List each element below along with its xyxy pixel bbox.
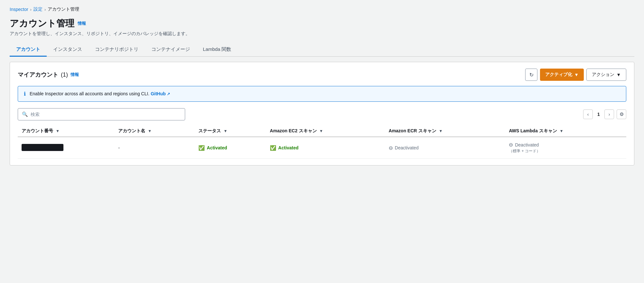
ec2-status-label: Activated (278, 145, 298, 150)
sort-icon-status[interactable]: ▼ (223, 129, 227, 133)
banner-text: Enable Inspector across all accounts and… (30, 91, 170, 96)
gear-icon: ⚙ (620, 111, 624, 117)
sort-icon-ecr[interactable]: ▼ (439, 129, 443, 133)
cell-ec2-scan: ✅ Activated (266, 137, 385, 159)
tabs-container: アカウント インスタンス コンテナリポジトリ コンテナイメージ Lambda 関… (10, 43, 634, 57)
table-row: - ✅ Activated ✅ Activated (18, 137, 626, 159)
tab-container-repos[interactable]: コンテナリポジトリ (89, 43, 145, 57)
col-account-number: アカウント番号 ▼ (18, 126, 114, 137)
page-title: アカウント管理 (10, 17, 74, 30)
status-label: Activated (207, 145, 227, 150)
sort-icon-ec2[interactable]: ▼ (319, 129, 323, 133)
tab-instances[interactable]: インスタンス (47, 43, 89, 57)
activate-dropdown-icon: ▼ (574, 72, 579, 77)
page-number: 1 (595, 112, 602, 117)
prev-icon: ‹ (587, 112, 589, 117)
main-card: マイアカウント (1) 情報 ↻ アクティブ化 ▼ アクション ▼ ℹ (10, 62, 634, 165)
card-title-area: マイアカウント (1) 情報 (18, 71, 79, 79)
card-header: マイアカウント (1) 情報 ↻ アクティブ化 ▼ アクション ▼ (18, 69, 626, 81)
refresh-button[interactable]: ↻ (525, 69, 537, 81)
cell-lambda-scan: ⊖ Deactivated （標準 + コード） (505, 137, 626, 159)
external-link-icon: ↗ (167, 92, 170, 97)
next-icon: › (609, 112, 610, 117)
lambda-status-label: Deactivated (515, 142, 539, 147)
accounts-table: アカウント番号 ▼ アカウント名 ▼ ステータス ▼ Amazon EC2 スキ… (18, 126, 626, 159)
breadcrumb-sep-1: › (30, 7, 32, 12)
status-activated-icon: ✅ (198, 145, 205, 151)
ec2-activated-icon: ✅ (270, 145, 276, 151)
search-box[interactable]: 🔍 (18, 108, 185, 120)
actions-label: アクション (592, 72, 614, 78)
table-settings-button[interactable]: ⚙ (617, 109, 626, 119)
card-info-badge[interactable]: 情報 (71, 72, 79, 78)
breadcrumb-settings-link[interactable]: 設定 (33, 6, 43, 12)
cell-account-id (18, 137, 114, 159)
col-ecr-scan: Amazon ECR スキャン ▼ (385, 126, 505, 137)
lambda-deactivated-icon: ⊖ (509, 142, 513, 148)
breadcrumb-inspector-link[interactable]: Inspector (10, 7, 28, 12)
page-title-area: アカウント管理 情報 アカウントを管理し、インスタンス、リポジトリ、イメージのカ… (10, 17, 634, 37)
breadcrumb-sep-2: › (44, 7, 46, 12)
card-title: マイアカウント (18, 71, 58, 79)
next-page-button[interactable]: › (604, 109, 614, 119)
col-ec2-scan: Amazon EC2 スキャン ▼ (266, 126, 385, 137)
breadcrumb: Inspector › 設定 › アカウント管理 (10, 6, 634, 12)
actions-dropdown-icon: ▼ (616, 72, 621, 77)
sort-icon-account-name[interactable]: ▼ (148, 129, 152, 133)
lambda-status-sub: （標準 + コード） (509, 148, 622, 154)
github-link[interactable]: GitHub ↗ (151, 91, 170, 96)
pagination-area: ‹ 1 › ⚙ (583, 109, 626, 119)
info-banner: ℹ Enable Inspector across all accounts a… (18, 86, 626, 102)
sort-icon-account-number[interactable]: ▼ (56, 129, 60, 133)
activate-button[interactable]: アクティブ化 ▼ (540, 69, 584, 81)
search-input[interactable] (31, 112, 181, 117)
tab-container-images[interactable]: コンテナイメージ (145, 43, 196, 57)
col-account-name: アカウント名 ▼ (114, 126, 194, 137)
refresh-icon: ↻ (529, 72, 534, 78)
cell-account-name: - (114, 137, 194, 159)
page-description: アカウントを管理し、インスタンス、リポジトリ、イメージのカバレッジを確認します。 (10, 31, 634, 37)
account-id-masked (22, 144, 63, 151)
card-count: (1) (61, 71, 68, 78)
cell-ecr-scan: ⊖ Deactivated (385, 137, 505, 159)
search-icon: 🔍 (22, 111, 28, 117)
cell-status: ✅ Activated (194, 137, 266, 159)
activate-label: アクティブ化 (545, 72, 572, 78)
actions-button[interactable]: アクション ▼ (586, 69, 626, 81)
table-header-row: アカウント番号 ▼ アカウント名 ▼ ステータス ▼ Amazon EC2 スキ… (18, 126, 626, 137)
search-row: 🔍 ‹ 1 › ⚙ (18, 108, 626, 120)
ecr-status-label: Deactivated (395, 145, 419, 150)
info-circle-icon: ℹ (24, 91, 26, 97)
prev-page-button[interactable]: ‹ (583, 109, 593, 119)
breadcrumb-current: アカウント管理 (48, 6, 79, 12)
tab-lambda[interactable]: Lambda 関数 (196, 43, 238, 57)
col-lambda-scan: AWS Lambda スキャン ▼ (505, 126, 626, 137)
tab-accounts[interactable]: アカウント (10, 43, 47, 57)
ecr-deactivated-icon: ⊖ (389, 145, 393, 151)
page-info-badge[interactable]: 情報 (78, 21, 86, 26)
card-actions: ↻ アクティブ化 ▼ アクション ▼ (525, 69, 626, 81)
sort-icon-lambda[interactable]: ▼ (560, 129, 564, 133)
col-status: ステータス ▼ (194, 126, 266, 137)
